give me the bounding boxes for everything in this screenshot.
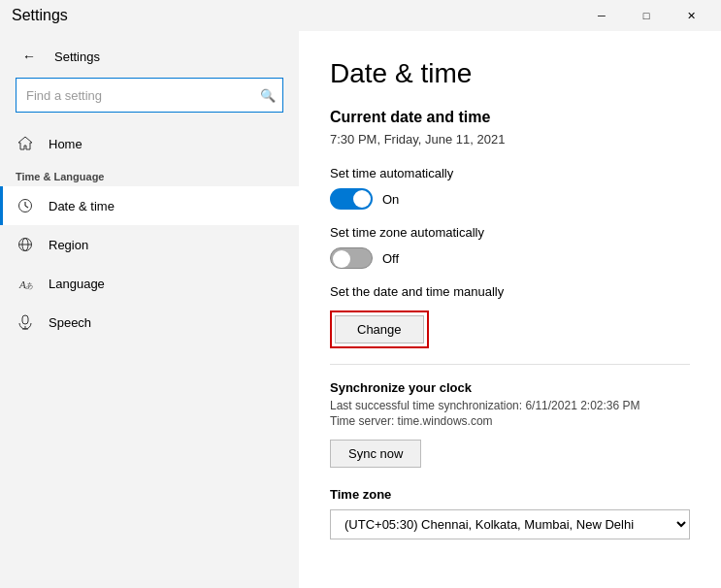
set-timezone-auto-state: Off <box>382 251 399 266</box>
sidebar-item-date-time[interactable]: Date & time <box>0 186 299 225</box>
sync-now-button[interactable]: Sync now <box>330 440 421 468</box>
sidebar-item-language[interactable]: A あ Language <box>0 264 299 303</box>
search-box: 🔍 <box>16 78 283 113</box>
set-timezone-auto-setting: Set time zone automatically Off <box>330 225 690 269</box>
toggle-thumb-off <box>333 250 350 268</box>
datetime-icon <box>16 196 35 215</box>
set-timezone-auto-label: Set time zone automatically <box>330 225 690 240</box>
sidebar-item-home[interactable]: Home <box>0 124 299 163</box>
svg-line-2 <box>25 206 28 208</box>
sync-title: Synchronize your clock <box>330 380 690 395</box>
speech-icon <box>16 312 35 332</box>
language-icon: A あ <box>16 274 35 293</box>
current-section-label: Current date and time <box>330 109 690 126</box>
sidebar-item-region[interactable]: Region <box>0 225 299 264</box>
close-button[interactable]: ✕ <box>669 0 713 31</box>
sync-detail-1: Last successful time synchronization: 6/… <box>330 399 690 412</box>
set-time-auto-label: Set time automatically <box>330 166 690 180</box>
sync-detail-2: Time server: time.windows.com <box>330 414 690 428</box>
search-input[interactable] <box>16 78 283 113</box>
titlebar-controls: ─ □ ✕ <box>579 0 713 31</box>
timezone-select[interactable]: (UTC+05:30) Chennai, Kolkata, Mumbai, Ne… <box>330 509 690 539</box>
titlebar: Settings ─ □ ✕ <box>0 0 721 31</box>
region-icon <box>16 235 35 254</box>
set-time-auto-state: On <box>382 192 399 207</box>
change-button-highlight: Change <box>330 310 429 348</box>
svg-text:あ: あ <box>25 281 33 290</box>
set-time-auto-toggle-row: On <box>330 188 690 210</box>
page-title: Date & time <box>330 58 690 89</box>
current-datetime: 7:30 PM, Friday, June 11, 2021 <box>330 132 690 147</box>
divider <box>330 364 690 365</box>
toggle-thumb-on <box>353 190 371 208</box>
content-area: Date & time Current date and time 7:30 P… <box>299 31 721 588</box>
set-timezone-auto-toggle-row: Off <box>330 247 690 269</box>
timezone-section: Time zone (UTC+05:30) Chennai, Kolkata, … <box>330 487 690 539</box>
minimize-button[interactable]: ─ <box>579 0 624 31</box>
home-icon <box>16 134 35 153</box>
back-button[interactable]: ← <box>16 43 43 70</box>
change-button[interactable]: Change <box>335 315 424 343</box>
sidebar-title: Settings <box>54 49 100 64</box>
sidebar-top: ← Settings <box>0 31 299 78</box>
sidebar: ← Settings 🔍 Home Time & Language <box>0 31 299 588</box>
set-time-auto-setting: Set time automatically On <box>330 166 690 210</box>
titlebar-left: Settings <box>12 7 68 24</box>
titlebar-title: Settings <box>12 7 68 24</box>
svg-rect-8 <box>22 315 28 324</box>
sidebar-item-home-label: Home <box>49 137 82 151</box>
sidebar-item-region-label: Region <box>49 238 88 252</box>
set-time-auto-toggle[interactable] <box>330 188 373 210</box>
app-body: ← Settings 🔍 Home Time & Language <box>0 31 721 588</box>
set-timezone-auto-toggle[interactable] <box>330 247 373 269</box>
sidebar-item-language-label: Language <box>49 277 105 291</box>
maximize-button[interactable]: □ <box>624 0 669 31</box>
sync-section: Synchronize your clock Last successful t… <box>330 380 690 468</box>
set-manual-label: Set the date and time manually <box>330 284 690 299</box>
sidebar-item-speech[interactable]: Speech <box>0 303 299 342</box>
sidebar-item-datetime-label: Date & time <box>49 199 115 213</box>
search-icon: 🔍 <box>260 88 276 103</box>
set-manual-setting: Set the date and time manually Change <box>330 284 690 348</box>
timezone-label: Time zone <box>330 487 690 502</box>
sidebar-item-speech-label: Speech <box>49 315 91 330</box>
sidebar-section-label: Time & Language <box>0 163 299 186</box>
